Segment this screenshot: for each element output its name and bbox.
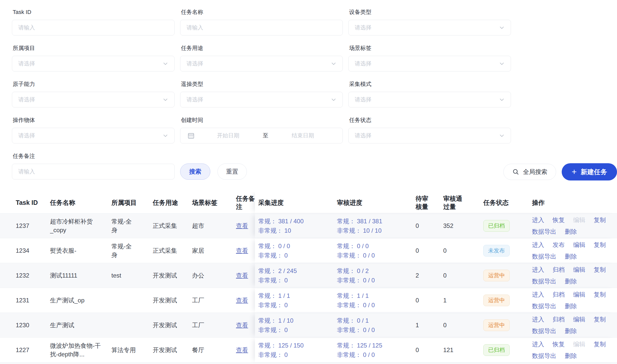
task-name-input[interactable] xyxy=(180,20,343,35)
op-link[interactable]: 归档 xyxy=(553,290,565,299)
scene-cell: 家居 xyxy=(192,238,236,263)
op-link[interactable]: 进入 xyxy=(532,216,544,224)
op-link[interactable]: 编辑 xyxy=(573,265,585,274)
status-cell: 未发布 xyxy=(483,238,532,263)
op-link[interactable]: 进入 xyxy=(532,265,544,274)
op-link[interactable]: 删除 xyxy=(565,327,577,335)
create-time-label: 创建时间 xyxy=(181,117,343,124)
collect-mode-label: 采集模式 xyxy=(349,81,511,88)
row-fixed: 常规： 1 / 10 非常规： 0常规： 0 / 1 非常规： 0 / 010运… xyxy=(255,313,617,337)
filter-field-task-name: 任务名称 xyxy=(180,9,343,35)
row-fixed: 常规： 381 / 400 非常规： 10常规： 381 / 381 非常规： … xyxy=(255,213,617,238)
teleop-type-placeholder: 请选择 xyxy=(186,96,203,103)
task-id-cell: 1227 xyxy=(16,338,50,362)
op-link[interactable]: 复制 xyxy=(594,241,606,249)
op-link[interactable]: 发布 xyxy=(553,241,565,249)
create-time-daterange[interactable]: 开始日期至结束日期 xyxy=(180,128,343,143)
op-link[interactable]: 复制 xyxy=(594,216,606,224)
device-type-select[interactable]: 请选择 xyxy=(348,20,511,35)
task-id-cell: 1231 xyxy=(16,288,50,313)
atomic-ability-select[interactable]: 请选择 xyxy=(12,92,175,107)
op-link[interactable]: 删除 xyxy=(565,352,577,360)
filter-field-task-id: Task ID xyxy=(12,9,175,35)
teleop-type-select[interactable]: 请选择 xyxy=(180,92,343,107)
operate-object-label: 操作物体 xyxy=(13,117,175,124)
op-link[interactable]: 进入 xyxy=(532,340,544,349)
view-remark-link[interactable]: 查看 xyxy=(236,296,248,305)
view-remark-link[interactable]: 查看 xyxy=(236,321,248,330)
project-label: 所属项目 xyxy=(13,45,175,52)
status-badge: 运营中 xyxy=(483,270,510,281)
remark-cell: 查看 xyxy=(236,238,255,263)
op-link[interactable]: 进入 xyxy=(532,315,544,324)
search-button[interactable]: 搜索 xyxy=(180,163,210,180)
create-task-button[interactable]: + 新建任务 xyxy=(562,163,617,180)
op-link[interactable]: 编辑 xyxy=(573,315,585,324)
project-text: 算法专用 xyxy=(111,346,136,354)
view-remark-link[interactable]: 查看 xyxy=(236,222,248,230)
op-link[interactable]: 复制 xyxy=(594,315,606,324)
ops-links: 进入恢复编辑复制数据导出删除 xyxy=(532,340,614,360)
task-table: Task ID任务名称所属项目任务用途场景标签任务备注采集进度审核进度待审 核量… xyxy=(0,192,617,364)
op-link[interactable]: 删除 xyxy=(565,302,577,311)
task-id-input[interactable] xyxy=(12,20,175,35)
task-name-text: 微波炉加热食物-干扰-depth降... xyxy=(50,341,105,359)
review-progress: 常规： 0 / 2 非常规： 0 / 0 xyxy=(337,266,375,285)
collect-progress: 常规： 1 / 1 非常规： 0 xyxy=(258,291,290,310)
op-link[interactable]: 数据导出 xyxy=(532,352,556,360)
pending-count-cell: 0 xyxy=(416,288,443,313)
op-link[interactable]: 删除 xyxy=(565,277,577,286)
pending-count-cell: 2 xyxy=(416,263,443,288)
project-select[interactable]: 请选择 xyxy=(12,56,175,71)
approved-count-cell: 0 xyxy=(443,313,483,337)
scene-tag-label: 场景标签 xyxy=(349,45,511,52)
op-link[interactable]: 复制 xyxy=(594,340,606,349)
op-link[interactable]: 数据导出 xyxy=(532,277,556,286)
scene-cell: 办公 xyxy=(192,263,236,288)
op-link[interactable]: 进入 xyxy=(532,290,544,299)
global-search-button[interactable]: 全局搜索 xyxy=(503,164,556,180)
op-link[interactable]: 编辑 xyxy=(573,290,585,299)
ops-links: 进入归档编辑复制数据导出删除 xyxy=(532,290,614,311)
approved-count-cell: 121 xyxy=(443,338,483,362)
review-cell: 常规： 0 / 2 非常规： 0 / 0 xyxy=(337,263,416,288)
op-link[interactable]: 删除 xyxy=(565,252,577,261)
view-remark-link[interactable]: 查看 xyxy=(236,271,248,280)
view-remark-link[interactable]: 查看 xyxy=(236,246,248,255)
scene-cell: 工厂 xyxy=(192,313,236,337)
col-header-scene: 场景标签 xyxy=(192,192,236,213)
op-link[interactable]: 编辑 xyxy=(573,241,585,249)
op-link[interactable]: 归档 xyxy=(553,315,565,324)
task-purpose-select[interactable]: 请选择 xyxy=(180,56,343,71)
task-status-select[interactable]: 请选择 xyxy=(348,128,511,143)
project-cell: 算法专用 xyxy=(111,338,153,362)
op-link[interactable]: 删除 xyxy=(565,227,577,236)
filter-last-row: 任务备注 搜索 重置 全局搜索 + 新建任务 xyxy=(12,153,617,180)
op-link[interactable]: 复制 xyxy=(594,265,606,274)
collect-mode-select[interactable]: 请选择 xyxy=(348,92,511,107)
right-actions: 全局搜索 + 新建任务 xyxy=(503,163,617,180)
op-link[interactable]: 数据导出 xyxy=(532,252,556,261)
pending-count-cell: 0 xyxy=(416,238,443,263)
task-purpose-placeholder: 请选择 xyxy=(186,60,203,67)
op-link[interactable]: 复制 xyxy=(594,290,606,299)
task-remark-input[interactable] xyxy=(12,164,175,179)
view-remark-link[interactable]: 查看 xyxy=(236,346,248,354)
collect-cell: 常规： 125 / 150 非常规： 0 xyxy=(258,338,337,362)
op-link[interactable]: 数据导出 xyxy=(532,327,556,335)
col-header-review: 审核进度 xyxy=(337,192,416,213)
reset-button[interactable]: 重置 xyxy=(217,163,247,180)
op-link[interactable]: 恢复 xyxy=(553,216,565,224)
op-link[interactable]: 数据导出 xyxy=(532,227,556,236)
operate-object-select[interactable]: 请选择 xyxy=(12,128,175,143)
collect-mode-placeholder: 请选择 xyxy=(355,96,371,103)
atomic-ability-label: 原子能力 xyxy=(13,81,175,88)
op-link[interactable]: 归档 xyxy=(553,265,565,274)
global-search-label: 全局搜索 xyxy=(523,168,547,176)
task-name-cell: 生产测试_op xyxy=(50,288,111,313)
op-link[interactable]: 进入 xyxy=(532,241,544,249)
op-link[interactable]: 数据导出 xyxy=(532,302,556,311)
scene-tag-select[interactable]: 请选择 xyxy=(348,56,511,71)
chevron-down-icon xyxy=(162,60,169,67)
op-link[interactable]: 恢复 xyxy=(553,340,565,349)
